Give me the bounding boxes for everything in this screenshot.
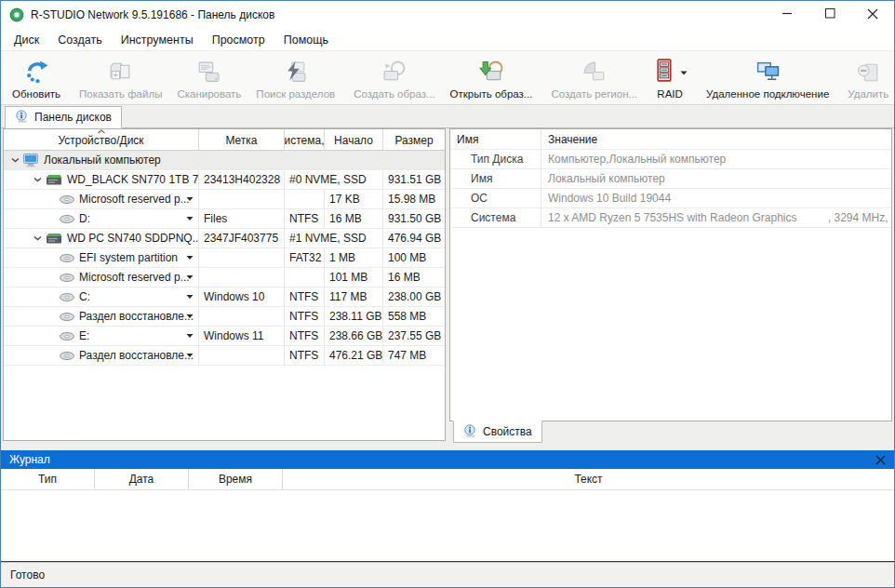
device-row-disk0[interactable]: WD_BLACK SN770 1TB 7... 23413H402328 #0 … xyxy=(4,170,445,190)
device-row-partition[interactable]: Microsoft reserved p... 17 KB 15.98 MB xyxy=(4,190,445,209)
log-title-bar: Журнал xyxy=(1,450,894,469)
log-close-button[interactable] xyxy=(875,455,886,465)
minimize-icon xyxy=(782,8,793,21)
device-row-disk1[interactable]: WD PC SN740 SDDPNQ... 2347JF403775 #1 NV… xyxy=(4,229,445,248)
collapse-chevron-icon[interactable] xyxy=(11,157,23,163)
property-row[interactable]: Тип Диска Компьютер,Локальный компьютер xyxy=(450,150,891,169)
partition-icon xyxy=(60,194,74,205)
column-header-start[interactable]: Начало xyxy=(325,129,383,150)
device-row-partition[interactable]: Microsoft reserved p... 101 MB 16 MB xyxy=(4,268,445,287)
refresh-icon xyxy=(24,58,49,86)
log-table: Тип Дата Время Текст xyxy=(1,469,894,562)
create-region-icon xyxy=(581,58,607,86)
device-row-partition[interactable]: EFI system partition FAT32 1 MB 100 MB xyxy=(4,248,445,268)
partition-icon xyxy=(60,253,74,263)
column-header-value[interactable]: Значение xyxy=(541,129,891,149)
property-row[interactable]: Система 12 x AMD Ryzen 5 7535HS with Rad… xyxy=(450,208,891,228)
scan-button[interactable]: Сканировать xyxy=(169,51,248,104)
remote-connection-button[interactable]: Удаленное подключение xyxy=(699,51,836,104)
column-header-time[interactable]: Время xyxy=(189,469,283,489)
tab-strip: Панель дисков xyxy=(1,105,894,128)
open-drive-dropdown-icon[interactable] xyxy=(186,275,194,280)
device-row-partition[interactable]: D: Files NTFS 16 MB 931.50 GB xyxy=(4,209,445,229)
close-icon xyxy=(867,8,878,22)
device-row-partition[interactable]: C: Windows 10 NTFS 117 MB 238.00 GB xyxy=(4,287,445,307)
menu-bar: Диск Создать Инструменты Просмотр Помощь xyxy=(1,29,894,50)
info-icon xyxy=(463,424,477,440)
status-text: Готово xyxy=(10,568,45,581)
open-image-icon xyxy=(479,58,504,86)
menu-tools[interactable]: Инструменты xyxy=(112,29,203,50)
scan-icon xyxy=(196,58,221,86)
partition-icon xyxy=(60,351,74,361)
find-partitions-icon xyxy=(283,58,308,86)
tab-properties[interactable]: Свойства xyxy=(453,421,542,443)
open-image-button[interactable]: Открыть образ... xyxy=(443,51,541,104)
title-bar: R-STUDIO Network 9.5.191686 - Панель дис… xyxy=(1,1,894,29)
partition-icon xyxy=(60,312,74,322)
maximize-icon xyxy=(825,8,835,21)
minimize-button[interactable] xyxy=(766,1,808,29)
open-drive-dropdown-icon[interactable] xyxy=(186,256,194,261)
partition-icon xyxy=(60,214,74,224)
column-header-size[interactable]: Размер xyxy=(383,129,445,150)
app-icon xyxy=(9,7,24,22)
device-panel: Устройство/Диск Метка истема, Начало Раз… xyxy=(3,128,446,441)
status-bar: Готово xyxy=(1,562,894,587)
properties-header: Имя Значение xyxy=(450,129,891,150)
menu-disk[interactable]: Диск xyxy=(5,29,48,50)
toolbar: Обновить Показать файлы Сканировать Поис… xyxy=(1,50,894,105)
refresh-button[interactable]: Обновить xyxy=(5,51,68,104)
delete-button[interactable]: Удалить xyxy=(840,51,895,104)
property-row[interactable]: ОС Windows 10 Build 19044 xyxy=(450,189,891,208)
log-panel: Журнал Тип Дата Время Текст xyxy=(1,450,894,562)
create-region-button[interactable]: Создать регион... xyxy=(543,51,645,104)
delete-icon xyxy=(856,58,881,86)
column-header-date[interactable]: Дата xyxy=(95,469,189,489)
close-button[interactable] xyxy=(851,1,894,29)
column-header-device[interactable]: Устройство/Диск xyxy=(4,129,199,150)
disk-icon xyxy=(46,233,62,244)
app-window: R-STUDIO Network 9.5.191686 - Панель дис… xyxy=(0,0,895,588)
create-image-button[interactable]: Создать образ... xyxy=(346,51,442,104)
disk-icon xyxy=(46,174,62,185)
open-drive-dropdown-icon[interactable] xyxy=(186,334,194,339)
menu-help[interactable]: Помощь xyxy=(274,29,338,50)
raid-dropdown-icon[interactable] xyxy=(680,65,688,78)
tab-label: Свойства xyxy=(483,425,532,438)
properties-panel: Имя Значение Тип Диска Компьютер,Локальн… xyxy=(449,128,892,421)
collapse-chevron-icon[interactable] xyxy=(33,177,46,182)
column-header-name[interactable]: Имя xyxy=(450,129,541,149)
show-files-button[interactable]: Показать файлы xyxy=(72,51,169,104)
window-title: R-STUDIO Network 9.5.191686 - Панель дис… xyxy=(31,8,274,21)
open-drive-dropdown-icon[interactable] xyxy=(186,217,194,221)
column-header-label[interactable]: Метка xyxy=(199,129,285,150)
column-header-text[interactable]: Текст xyxy=(283,469,894,489)
device-row-partition[interactable]: E: Windows 11 NTFS 238.66 GB 237.55 GB xyxy=(4,327,445,346)
device-row-partition[interactable]: Раздел восстановле... NTFS 476.21 GB 747… xyxy=(4,346,445,366)
collapse-chevron-icon[interactable] xyxy=(33,235,46,241)
device-row-local-computer[interactable]: Локальный компьютер xyxy=(4,151,445,170)
menu-create[interactable]: Создать xyxy=(48,29,112,50)
menu-view[interactable]: Просмотр xyxy=(203,29,274,50)
open-drive-dropdown-icon[interactable] xyxy=(186,197,194,202)
property-row[interactable]: Имя Локальный компьютер xyxy=(450,169,891,189)
find-partitions-button[interactable]: Поиск разделов xyxy=(248,51,342,104)
maximize-button[interactable] xyxy=(808,1,851,29)
partition-icon xyxy=(60,331,74,341)
device-table-header: Устройство/Диск Метка истема, Начало Раз… xyxy=(4,129,445,151)
raid-icon xyxy=(652,58,677,86)
open-drive-dropdown-icon[interactable] xyxy=(186,314,194,319)
show-files-icon xyxy=(108,58,133,86)
raid-button[interactable]: RAID xyxy=(645,51,695,104)
device-row-partition[interactable]: Раздел восстановле... NTFS 238.11 GB 558… xyxy=(4,307,445,327)
open-drive-dropdown-icon[interactable] xyxy=(186,354,194,358)
sort-ascending-icon xyxy=(97,129,105,134)
partition-icon xyxy=(60,273,74,283)
partition-icon xyxy=(60,292,74,302)
open-drive-dropdown-icon[interactable] xyxy=(186,295,194,300)
column-header-fs[interactable]: истема, xyxy=(285,129,325,150)
tab-disk-panel[interactable]: Панель дисков xyxy=(5,106,122,128)
log-title: Журнал xyxy=(9,453,50,466)
column-header-type[interactable]: Тип xyxy=(1,469,95,489)
